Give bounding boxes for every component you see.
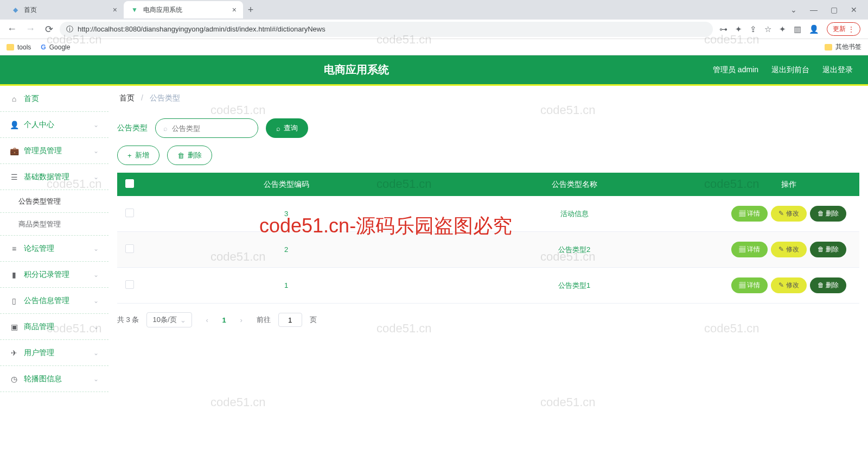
share-icon[interactable]: ⇪ xyxy=(750,24,757,34)
search-input[interactable] xyxy=(172,124,263,132)
sidebar-item-product[interactable]: ▣商品管理⌄ xyxy=(0,314,108,340)
chevron-down-icon: ⌄ xyxy=(93,121,99,129)
sidebar-item-personal[interactable]: 👤个人中心⌄ xyxy=(0,112,108,138)
new-tab-button[interactable]: + xyxy=(243,4,258,16)
page-size-select[interactable]: 10条/页⌄ xyxy=(146,312,192,327)
edit-button[interactable]: ✎ 修改 xyxy=(771,206,806,222)
col-code: 公告类型编码 xyxy=(142,173,430,196)
row-delete-button[interactable]: 🗑 删除 xyxy=(810,277,846,293)
goto-input[interactable] xyxy=(278,313,302,327)
sidebar-label: 用户管理 xyxy=(24,348,54,358)
total-label: 共 3 条 xyxy=(117,315,139,325)
cell-ops: ▦ 详情✎ 修改🗑 删除 xyxy=(718,268,859,304)
page-label: 页 xyxy=(310,315,317,325)
bookmark-tools[interactable]: tools xyxy=(7,43,31,51)
sidebar-item-notice[interactable]: ▯公告信息管理⌄ xyxy=(0,288,108,314)
chevron-down-icon[interactable]: ⌄ xyxy=(790,5,797,14)
chart-icon: ▯ xyxy=(10,296,18,305)
bookmarks-row: tools GGoogle 其他书签 xyxy=(0,39,868,55)
tab-app[interactable]: ▼ 电商应用系统 × xyxy=(124,1,243,18)
sidebar-label: 公告信息管理 xyxy=(24,296,69,306)
favicon-icon: ◆ xyxy=(11,5,20,14)
close-icon[interactable]: × xyxy=(232,5,237,14)
update-button[interactable]: 更新⋮ xyxy=(827,22,860,36)
row-checkbox[interactable] xyxy=(125,244,134,253)
address-icons: ⊶ ✦ ⇪ ☆ ✦ ▥ 👤 更新⋮ xyxy=(716,22,864,36)
cell-ops: ▦ 详情✎ 修改🗑 删除 xyxy=(718,196,859,232)
sidebar-sub-product-type[interactable]: 商品类型管理 xyxy=(0,213,108,236)
detail-button[interactable]: ▦ 详情 xyxy=(731,277,768,293)
app-header: 电商应用系统 管理员 admin 退出到前台 退出登录 xyxy=(0,55,868,86)
edit-button[interactable]: ✎ 修改 xyxy=(771,242,806,257)
search-icon[interactable]: ✦ xyxy=(735,24,742,34)
prev-page-button[interactable]: ‹ xyxy=(200,312,215,327)
next-page-button[interactable]: › xyxy=(234,312,249,327)
sidebar-label: 首页 xyxy=(24,94,39,104)
logout-front-link[interactable]: 退出到前台 xyxy=(771,65,809,75)
sidebar-label: 基础数据管理 xyxy=(24,172,69,182)
bookmark-google[interactable]: GGoogle xyxy=(41,43,70,51)
sidebar-label: 个人中心 xyxy=(24,120,54,130)
col-name: 公告类型名称 xyxy=(430,173,718,196)
cell-code: 2 xyxy=(142,232,430,268)
address-bar[interactable]: ⓘ http://localhost:8080/dianshangyingyon… xyxy=(60,22,713,37)
star-icon[interactable]: ☆ xyxy=(764,24,771,34)
search-input-wrap[interactable]: ⌕ xyxy=(155,118,258,138)
breadcrumb-home[interactable]: 首页 xyxy=(119,93,135,102)
sidebar-label: 论坛管理 xyxy=(24,244,54,254)
checkbox-all[interactable] xyxy=(125,179,134,188)
app-title: 电商应用系统 xyxy=(0,62,713,77)
row-delete-button[interactable]: 🗑 删除 xyxy=(810,242,846,257)
back-button[interactable]: ← xyxy=(4,22,20,37)
detail-button[interactable]: ▦ 详情 xyxy=(731,242,768,257)
query-button[interactable]: ⌕查询 xyxy=(266,118,308,138)
add-button[interactable]: +新增 xyxy=(117,146,159,165)
search-icon: ⌕ xyxy=(276,124,280,132)
sidebar-sub-label: 公告类型管理 xyxy=(18,197,61,206)
breadcrumb: 首页 / 公告类型 xyxy=(117,86,859,111)
sidebar-item-carousel[interactable]: ◷轮播图信息⌄ xyxy=(0,366,108,392)
sidebar-item-forum[interactable]: ≡论坛管理⌄ xyxy=(0,236,108,262)
user-label[interactable]: 管理员 admin xyxy=(713,65,758,75)
forward-button[interactable]: → xyxy=(23,22,38,37)
logout-link[interactable]: 退出登录 xyxy=(822,65,853,75)
sidebar-home[interactable]: ⌂ 首页 xyxy=(0,86,108,112)
search-toolbar: 公告类型 ⌕ ⌕查询 xyxy=(117,118,859,138)
close-window-icon[interactable]: ✕ xyxy=(851,5,857,14)
search-icon: ⌕ xyxy=(163,124,168,132)
bookmark-other[interactable]: 其他书签 xyxy=(825,42,861,52)
detail-button[interactable]: ▦ 详情 xyxy=(731,206,768,222)
row-checkbox[interactable] xyxy=(125,280,134,289)
profile-icon[interactable]: 👤 xyxy=(809,24,819,34)
pagination: 共 3 条 10条/页⌄ ‹ 1 › 前往 页 xyxy=(117,312,859,327)
row-checkbox[interactable] xyxy=(125,209,134,217)
menu-icon: ≡ xyxy=(10,244,18,253)
edit-button[interactable]: ✎ 修改 xyxy=(771,277,806,293)
delete-button[interactable]: 🗑删除 xyxy=(167,146,212,165)
close-icon[interactable]: × xyxy=(113,5,117,14)
sidebar-item-users[interactable]: ✈用户管理⌄ xyxy=(0,340,108,366)
sidebar-label: 管理员管理 xyxy=(24,146,62,156)
sidebar-item-points[interactable]: ▮积分记录管理⌄ xyxy=(0,262,108,288)
sidebar-item-admin[interactable]: 💼管理员管理⌄ xyxy=(0,138,108,164)
row-delete-button[interactable]: 🗑 删除 xyxy=(810,206,846,222)
reload-button[interactable]: ⟳ xyxy=(41,22,56,37)
chevron-down-icon: ⌄ xyxy=(93,271,99,279)
minimize-icon[interactable]: — xyxy=(810,5,818,14)
sidebar-sub-notice-type[interactable]: 公告类型管理 xyxy=(0,190,108,213)
sidebar-label: 商品管理 xyxy=(24,322,54,332)
key-icon[interactable]: ⊶ xyxy=(719,24,727,34)
cell-code: 3 xyxy=(142,196,430,232)
chevron-down-icon: ⌄ xyxy=(93,349,99,357)
page-number[interactable]: 1 xyxy=(222,316,226,324)
tab-home[interactable]: ◆ 首页 × xyxy=(4,1,124,18)
list-icon: ☰ xyxy=(10,173,18,181)
extensions-icon[interactable]: ✦ xyxy=(779,24,786,34)
sidebar: ⌂ 首页 👤个人中心⌄ 💼管理员管理⌄ ☰基础数据管理⌄ 公告类型管理 商品类型… xyxy=(0,86,108,465)
window-controls: ⌄ — ▢ ✕ xyxy=(790,5,864,14)
cell-name: 公告类型1 xyxy=(430,268,718,304)
maximize-icon[interactable]: ▢ xyxy=(831,5,838,14)
google-icon: G xyxy=(41,43,46,51)
panel-icon[interactable]: ▥ xyxy=(794,24,801,34)
sidebar-item-basedata[interactable]: ☰基础数据管理⌄ xyxy=(0,164,108,190)
